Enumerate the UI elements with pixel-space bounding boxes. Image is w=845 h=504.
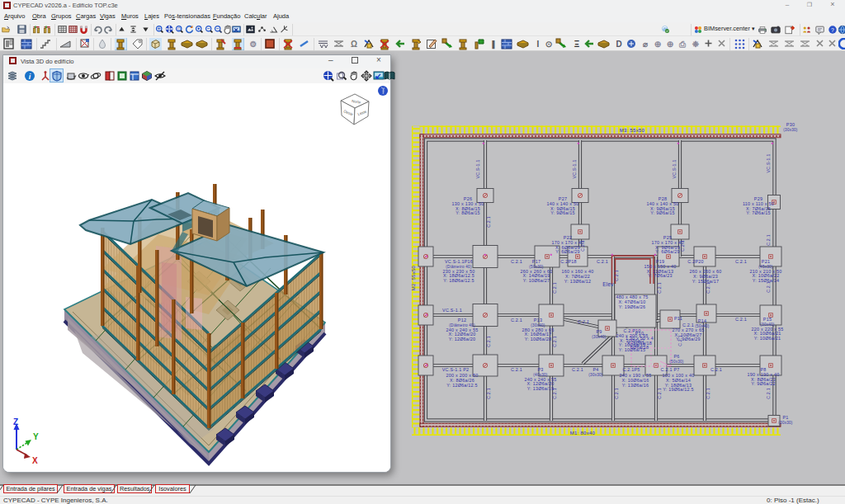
svg-text:⚙: ⚙: [250, 40, 257, 49]
svg-text:Y: 10Ø6a/21: Y: 10Ø6a/21: [754, 336, 781, 341]
svg-text:Ω: Ω: [351, 40, 357, 49]
svg-text:C.2.1: C.2.1: [486, 388, 491, 399]
svg-text:VC.S-1.1: VC.S-1.1: [766, 153, 771, 172]
svg-text:Y: 9Ø6a/15: Y: 9Ø6a/15: [550, 210, 574, 215]
svg-text:Ξ: Ξ: [574, 40, 580, 49]
svg-text:M1: 80x40: M1: 80x40: [570, 431, 596, 436]
svg-text:Y: 9Ø6a/29: Y: 9Ø6a/29: [676, 337, 700, 341]
svg-text:C.2.1: C.2.1: [735, 317, 747, 322]
svg-text:Y: 6Ø6a/29: Y: 6Ø6a/29: [655, 249, 679, 254]
svg-text:P13: P13: [534, 318, 542, 323]
svg-text:Y: 6Ø6a/29: Y: 6Ø6a/29: [555, 249, 579, 254]
svg-text:VC.S-1.1: VC.S-1.1: [475, 159, 480, 178]
svg-text:P15: P15: [763, 317, 772, 322]
svg-text:C.2.1 P7: C.2.1 P7: [661, 367, 680, 372]
svg-text:C.2.1: C.2.1: [486, 216, 491, 228]
svg-text:Y: 7Ø6a/23: Y: 7Ø6a/23: [648, 273, 672, 278]
svg-text:Y: 9Ø6a/22: Y: 9Ø6a/22: [751, 381, 775, 386]
svg-text:P30: P30: [786, 122, 795, 127]
svg-text:∥: ∥: [492, 40, 496, 49]
svg-text:⎙: ⎙: [678, 40, 687, 49]
svg-text:C.2.1: C.2.1: [511, 259, 522, 264]
svg-text:C.2.1: C.2.1: [766, 281, 771, 293]
svg-text:Y: 10Ø6a/27: Y: 10Ø6a/27: [523, 278, 550, 283]
svg-text:Y: 7Ø6a/15: Y: 7Ø6a/15: [746, 210, 770, 215]
svg-text:❉: ❉: [692, 40, 700, 49]
svg-text:C.2.1: C.2.1: [706, 282, 710, 294]
svg-text:?: ?: [831, 27, 834, 33]
svg-text:Y: 9Ø6a/15: Y: 9Ø6a/15: [650, 210, 674, 215]
svg-text:Y: 12Ø6a/12.5: Y: 12Ø6a/12.5: [446, 383, 478, 388]
svg-text:C.2.1P5: C.2.1P5: [622, 367, 640, 372]
svg-text:C.2.1: C.2.1: [597, 259, 608, 264]
svg-text:C.2.1: C.2.1: [614, 388, 619, 399]
svg-text:(30x30): (30x30): [778, 421, 793, 425]
svg-text:Q: Q: [177, 27, 181, 31]
svg-text:C.2.1: C.2.1: [766, 234, 771, 246]
svg-text:VC.S-1.1 P2: VC.S-1.1 P2: [442, 367, 470, 372]
svg-text:P14: P14: [698, 318, 706, 323]
svg-text:C.2.1: C.2.1: [706, 388, 710, 399]
svg-text:⊕: ⊕: [654, 40, 661, 49]
svg-text:P6: P6: [673, 354, 679, 359]
svg-text:Y: 13Ø6a/16: Y: 13Ø6a/16: [622, 383, 649, 388]
svg-text:Y: 18Ø6a/12.5: Y: 18Ø6a/12.5: [443, 278, 474, 283]
svg-text:Y: Y: [33, 432, 39, 441]
svg-text:P1: P1: [782, 415, 788, 420]
svg-text:C.2P18: C.2P18: [560, 259, 576, 264]
svg-text:VC.S-1.1: VC.S-1.1: [572, 159, 577, 178]
svg-text:C.2.1: C.2.1: [552, 282, 557, 294]
svg-text:Y: 8Ø6a/15: Y: 8Ø6a/15: [456, 210, 479, 215]
svg-text:⌀: ⌀: [642, 40, 649, 49]
svg-text:P4: P4: [592, 367, 598, 372]
svg-text:M3: 55x50: M3: 55x50: [620, 128, 645, 133]
svg-text:(30x40): (30x40): [592, 335, 607, 339]
svg-text:Z: Z: [13, 417, 18, 426]
svg-text:(50x30): (50x30): [669, 360, 684, 364]
svg-text:C.2.1: C.2.1: [657, 388, 662, 399]
svg-text:M2: 55x50: M2: 55x50: [411, 265, 416, 290]
svg-text:(30x30): (30x30): [588, 373, 603, 377]
svg-text:C.2.1: C.2.1: [552, 336, 557, 347]
svg-text:Y: 15Ø6a/17: Y: 15Ø6a/17: [692, 279, 720, 284]
svg-text:C.2.1: C.2.1: [614, 270, 619, 281]
svg-text:C.2.1: C.2.1: [735, 259, 747, 264]
svg-text:Y: 19Ø6a/26: Y: 19Ø6a/26: [619, 304, 646, 309]
svg-text:I: I: [537, 40, 540, 49]
svg-text:C.2.1: C.2.1: [511, 318, 522, 323]
svg-text:Y: 13Ø6a/12: Y: 13Ø6a/12: [564, 279, 592, 284]
svg-text:P12: P12: [458, 318, 466, 323]
svg-text:C.2.1: C.2.1: [710, 367, 722, 372]
svg-text:X: X: [32, 456, 38, 465]
svg-text:C.2.1: C.2.1: [511, 367, 522, 372]
svg-text:D: D: [616, 40, 621, 49]
svg-text:Y: 13Ø6a/19: Y: 13Ø6a/19: [527, 386, 555, 391]
svg-text:⊙: ⊙: [545, 40, 552, 49]
svg-text:C.2.1: C.2.1: [766, 388, 771, 399]
svg-text:P3: P3: [537, 367, 543, 372]
svg-text:C.2.1: C.2.1: [657, 282, 662, 294]
svg-text:Elev: Elev: [602, 281, 614, 287]
svg-text:C.2.1: C.2.1: [572, 367, 583, 372]
svg-text:VC.S-1.1P16: VC.S-1.1P16: [445, 259, 473, 264]
svg-text:(30x30): (30x30): [783, 128, 798, 132]
svg-text:Y: 12Ø6a/20: Y: 12Ø6a/20: [449, 337, 476, 341]
svg-text:Y: 10Ø6a/28: Y: 10Ø6a/28: [525, 337, 552, 341]
svg-text:⊕: ⊕: [667, 40, 673, 49]
svg-text:P21: P21: [762, 259, 770, 264]
svg-text:6Ø6a/18: 6Ø6a/18: [630, 345, 649, 350]
svg-text:P17: P17: [532, 259, 541, 264]
svg-text:P9: P9: [596, 329, 602, 334]
svg-text:C.2P20: C.2P20: [687, 259, 703, 264]
svg-text:VC.S-1.1: VC.S-1.1: [442, 308, 462, 313]
svg-text:(50x40): (50x40): [695, 324, 710, 328]
svg-text:C.2.1: C.2.1: [578, 319, 589, 324]
svg-text:VC.S-1.1: VC.S-1.1: [672, 159, 677, 178]
svg-text:C.2.1: C.2.1: [486, 336, 491, 347]
svg-text:P11: P11: [674, 316, 682, 321]
svg-text:Y: 15Ø6a/14: Y: 15Ø6a/14: [753, 278, 780, 283]
svg-text:Y: 19Ø6a/12.5: Y: 19Ø6a/12.5: [663, 387, 694, 392]
